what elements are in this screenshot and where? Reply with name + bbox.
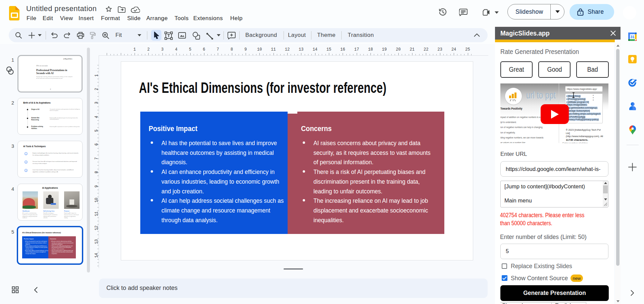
svg-text:31: 31: [630, 35, 634, 39]
